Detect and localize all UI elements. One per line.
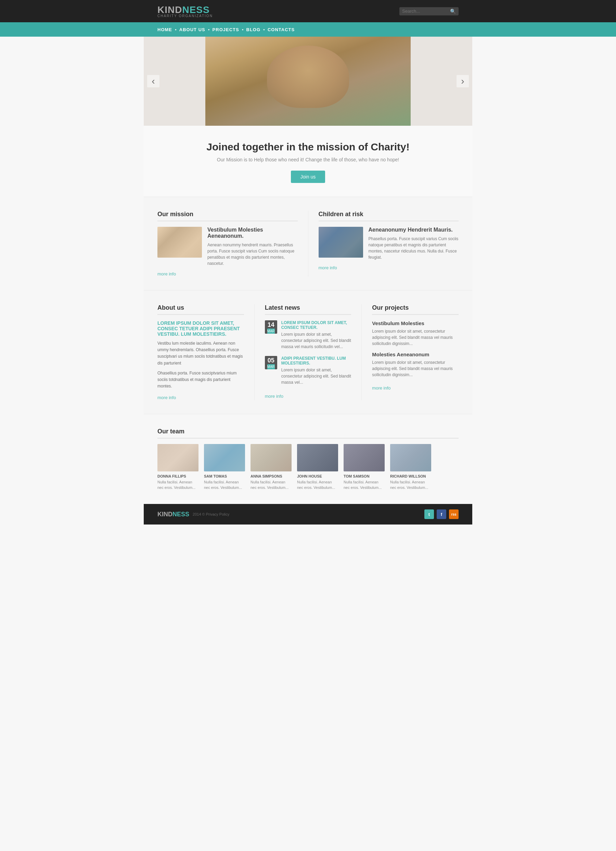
about-panel: About us LOREM IPSUM DOLOR SIT AMET, CON… (157, 304, 255, 400)
team-photo-5 (343, 444, 385, 471)
news-body-2: Lorem ipsum dolor sit amet, consectetur … (281, 367, 351, 385)
team-desc-4: Nulla facilisi. Aenean nec eros. Vestibu… (297, 480, 338, 490)
mission-card-body: Aenean nonummy hendrerit mauris. Praesel… (207, 242, 298, 266)
nav-dot-2: ● (208, 28, 210, 31)
headline-title: Joined together in the mission of Charit… (164, 141, 452, 153)
team-name-1: DONNA FILLIPS (157, 474, 198, 478)
team-name-6: RICHARD WILLSON (390, 474, 431, 478)
about-title: About us (157, 304, 244, 315)
team-member-5: TOM SAMSON Nulla facilisi. Aenean nec er… (343, 444, 385, 490)
team-desc-5: Nulla facilisi. Aenean nec eros. Vestibu… (343, 480, 385, 490)
team-title: Our team (157, 428, 459, 439)
footer: KINDNESS 2014 © Privacy Policy t f rss (144, 504, 472, 525)
project-body-2: Lorem ipsum dolor sit amet, consectetur … (372, 359, 459, 378)
project-body-1: Lorem ipsum dolor sit amet, consectetur … (372, 328, 459, 347)
team-member-3: ANNA SIMPSONS Nulla facilisi. Aenean nec… (250, 444, 292, 490)
logo: KINDNESS charity organization (157, 5, 213, 18)
twitter-icon[interactable]: t (424, 510, 434, 519)
news-date-1: 14 mar (265, 320, 277, 334)
mission-image (157, 227, 202, 258)
projects-more-info[interactable]: more info (372, 385, 390, 391)
nav-dot-1: ● (175, 28, 177, 31)
children-content: Aeneanonumy Hendrerit Mauris. Phasellus … (369, 227, 459, 260)
news-heading-2: ADIPI PRAESENT VESTIBU. LUM MOLESTIEIRS. (281, 356, 351, 365)
team-member-1: DONNA FILLIPS Nulla facilisi. Aenean nec… (157, 444, 198, 490)
team-member-2: SAM TOMAS Nulla facilisi. Aenean nec ero… (204, 444, 245, 490)
project-title-2: Molesties Aeneanonum (372, 352, 459, 357)
hero-prev-button[interactable]: ‹ (147, 75, 159, 87)
news-body-1: Lorem ipsum dolor sit amet, consectetur … (281, 331, 351, 350)
children-title: Children at risk (319, 211, 459, 221)
news-panel: Latest news 14 mar LOREM IPSUM DOLOR SIT… (255, 304, 362, 400)
nav-projects[interactable]: PROJECTS (213, 27, 239, 32)
rss-icon[interactable]: rss (449, 510, 459, 519)
nav-about[interactable]: ABOUT US (179, 27, 205, 32)
news-date-2: 05 mar (265, 356, 277, 369)
team-desc-2: Nulla facilisi. Aenean nec eros. Vestibu… (204, 480, 245, 490)
team-photo-1 (157, 444, 198, 471)
logo-ness: NESS (182, 5, 210, 15)
hero-headline: Joined together in the mission of Charit… (144, 126, 472, 197)
search-box[interactable]: 🔍 (399, 7, 459, 15)
mission-panel: Our mission Vestibulum Molesties Aeneano… (157, 211, 308, 277)
children-image (319, 227, 363, 258)
nav-dot-3: ● (242, 28, 244, 31)
footer-copyright: 2014 © Privacy Policy (193, 512, 229, 516)
nav-dot-4: ● (263, 28, 265, 31)
nav-home[interactable]: HOME (157, 27, 172, 32)
team-member-6: RICHARD WILLSON Nulla facilisi. Aenean n… (390, 444, 431, 490)
news-text-1: LOREM IPSUM DOLOR SIT AMET, CONSEC TETUE… (281, 320, 351, 350)
news-title: Latest news (265, 304, 351, 315)
hero-next-button[interactable]: › (457, 75, 469, 87)
main-nav: HOME ● ABOUT US ● PROJECTS ● BLOG ● CONT… (144, 22, 472, 37)
team-name-4: JOHN HOUSE (297, 474, 338, 478)
team-grid: DONNA FILLIPS Nulla facilisi. Aenean nec… (157, 444, 459, 490)
about-more-info[interactable]: more info (157, 395, 176, 400)
headline-subtitle: Our Mission is to Help those who need it… (164, 157, 452, 162)
about-para1: Vestibu lum molestie iaculims. Aenean no… (157, 340, 244, 367)
team-name-3: ANNA SIMPSONS (250, 474, 292, 478)
search-icon[interactable]: 🔍 (450, 9, 456, 14)
about-para2: Ohasellius porta. Fusce susciptvarius mi… (157, 370, 244, 390)
team-member-4: JOHN HOUSE Nulla facilisi. Aenean nec er… (297, 444, 338, 490)
team-desc-3: Nulla facilisi. Aenean nec eros. Vestibu… (250, 480, 292, 490)
projects-panel: Our projects Vestibulum Molesties Lorem … (362, 304, 459, 400)
children-card-title: Aeneanonumy Hendrerit Mauris. (369, 227, 459, 233)
team-photo-3 (250, 444, 292, 471)
search-input[interactable] (402, 9, 450, 14)
nav-blog[interactable]: BLOG (246, 27, 261, 32)
nav-contacts[interactable]: CONTACTS (268, 27, 295, 32)
about-heading: LOREM IPSUM DOLOR SIT AMET, CONSEC TETUE… (157, 320, 244, 337)
children-panel: Children at risk Aeneanonumy Hendrerit M… (308, 211, 459, 277)
mission-card-title: Vestibulum Molesties Aeneanonum. (207, 227, 298, 239)
team-photo-4 (297, 444, 338, 471)
team-section: Our team DONNA FILLIPS Nulla facilisi. A… (144, 414, 472, 504)
team-photo-6 (390, 444, 431, 471)
children-card-body: Phasellus porta. Fusce suscipit varius C… (369, 236, 459, 260)
hero-slider: ‹ › (144, 37, 472, 126)
team-name-2: SAM TOMAS (204, 474, 245, 478)
footer-social: t f rss (424, 510, 459, 519)
mission-content: Vestibulum Molesties Aeneanonum. Aenean … (207, 227, 298, 266)
mission-title: Our mission (157, 211, 298, 221)
team-desc-1: Nulla facilisi. Aenean nec eros. Vestibu… (157, 480, 198, 490)
news-heading-1: LOREM IPSUM DOLOR SIT AMET, CONSEC TETUE… (281, 320, 351, 330)
team-photo-2 (204, 444, 245, 471)
logo-kind: KIND (157, 5, 182, 15)
news-item-2: 05 mar ADIPI PRAESENT VESTIBU. LUM MOLES… (265, 356, 351, 385)
news-text-2: ADIPI PRAESENT VESTIBU. LUM MOLESTIEIRS.… (281, 356, 351, 385)
projects-title: Our projects (372, 304, 459, 315)
logo-subtitle: charity organization (157, 14, 213, 18)
join-button[interactable]: Join us (291, 171, 325, 183)
team-desc-6: Nulla facilisi. Aenean nec eros. Vestibu… (390, 480, 431, 490)
footer-logo-kind: KIND (157, 511, 172, 518)
project-title-1: Vestibulum Molesties (372, 320, 459, 326)
team-name-5: TOM SAMSON (343, 474, 385, 478)
news-item-1: 14 mar LOREM IPSUM DOLOR SIT AMET, CONSE… (265, 320, 351, 350)
facebook-icon[interactable]: f (437, 510, 446, 519)
footer-logo-ness: NESS (172, 511, 189, 518)
news-more-info[interactable]: more info (265, 394, 283, 399)
children-more-info[interactable]: more info (319, 265, 337, 270)
mission-more-info[interactable]: more info (157, 271, 176, 277)
